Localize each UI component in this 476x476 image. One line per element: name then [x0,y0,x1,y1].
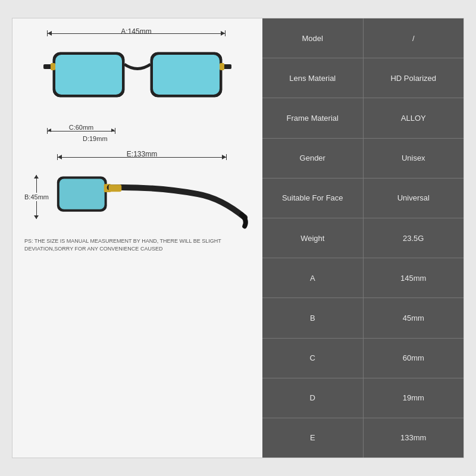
svg-rect-7 [220,63,224,70]
spec-label: Weight [262,218,364,258]
spec-label: E [262,418,364,458]
ps-disclaimer: PS: THE SIZE IS MANUAL MEASUREMENT BY HA… [24,237,250,252]
spec-value: HD Polarized [364,58,464,98]
svg-rect-9 [60,178,105,209]
spec-value: / [364,18,464,58]
product-specs-container: A:145mm [12,18,464,458]
spec-value: 45mm [364,298,464,337]
spec-row: B45mm [262,298,464,338]
svg-rect-5 [153,55,220,95]
spec-row: E133mm [262,418,464,458]
svg-rect-6 [51,63,55,70]
spec-row: GenderUnisex [262,139,464,178]
svg-rect-3 [55,55,122,95]
spec-row: Model/ [262,18,464,58]
glasses-front-diagram [30,37,245,133]
specs-table: Model/Lens MaterialHD PolarizedFrame Mat… [262,18,464,458]
spec-label: Gender [262,139,364,178]
b-measurement-label: B:45mm [24,193,49,201]
glasses-front-section: A:145mm [24,30,250,142]
spec-row: Suitable For FaceUniversal [262,178,464,218]
spec-label: D [262,378,364,418]
c-measurement-label: C:60mm [69,124,94,131]
spec-label: A [262,258,364,298]
spec-value: 60mm [364,339,464,378]
spec-value: ALLOY [364,98,464,137]
glasses-side-section: E:133mm B:45mm [24,154,250,233]
spec-label: B [262,298,364,337]
spec-label: Suitable For Face [262,178,364,218]
spec-value: Unisex [364,139,464,178]
svg-rect-11 [109,184,122,192]
spec-value: 19mm [364,378,464,418]
spec-row: Lens MaterialHD Polarized [262,58,464,98]
left-diagram-panel: A:145mm [12,18,262,458]
spec-label: Model [262,18,364,58]
spec-row: Weight23.5G [262,218,464,258]
spec-row: Frame MaterialALLOY [262,98,464,138]
spec-value: 133mm [364,418,464,458]
spec-label: Frame Material [262,98,364,137]
spec-value: 23.5G [364,218,464,258]
spec-row: D19mm [262,378,464,418]
spec-value: Universal [364,178,464,218]
spec-label: Lens Material [262,58,364,98]
spec-row: C60mm [262,339,464,378]
d-measurement-label: D:19mm [83,135,108,142]
e-measurement-label: E:133mm [127,150,157,158]
spec-value: 145mm [364,258,464,298]
spec-label: C [262,339,364,378]
glasses-side-svg [51,161,250,233]
spec-row: A145mm [262,258,464,298]
a-measurement-label: A:145mm [121,27,151,36]
